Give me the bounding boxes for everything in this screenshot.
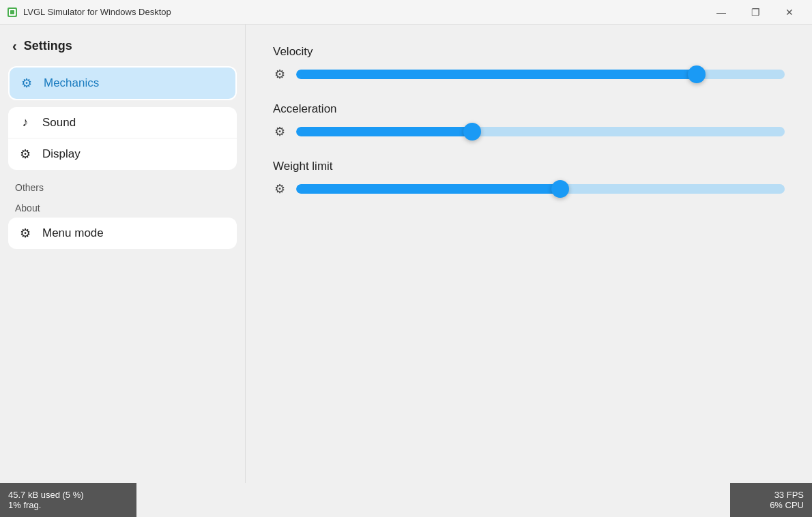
close-button[interactable]: ✕: [774, 2, 805, 23]
settings-title: Settings: [24, 39, 72, 53]
window-title: LVGL Simulator for Windows Desktop: [23, 7, 706, 17]
setting-row-velocity: Velocity⚙: [273, 45, 785, 83]
menu-mode-label: Menu mode: [42, 226, 104, 240]
acceleration-slider-row: ⚙: [273, 123, 785, 141]
sidebar-item-menu-mode[interactable]: ⚙ Menu mode: [8, 218, 237, 249]
sidebar-item-sound[interactable]: ♪ Sound: [8, 107, 237, 138]
sound-label: Sound: [42, 116, 76, 130]
app-icon: [7, 7, 18, 18]
sidebar-item-mechanics[interactable]: ⚙ Mechanics: [10, 68, 235, 99]
minimize-button[interactable]: —: [706, 2, 737, 23]
weight-limit-slider-fill: [296, 184, 560, 194]
display-gear-icon: ⚙: [18, 147, 33, 162]
setting-row-weight-limit: Weight limit⚙: [273, 160, 785, 198]
acceleration-slider-track: [296, 127, 785, 136]
acceleration-slider-fill: [296, 127, 472, 136]
memory-status: 45.7 kB used (5 %) 1% frag.: [0, 483, 136, 517]
about-group: ⚙ Menu mode: [8, 218, 237, 249]
setting-row-acceleration: Acceleration⚙: [273, 102, 785, 141]
gear-icon: ⚙: [19, 76, 34, 91]
svg-rect-2: [10, 10, 14, 14]
music-icon: ♪: [18, 115, 33, 130]
mechanics-label: Mechanics: [44, 76, 99, 90]
display-label: Display: [42, 147, 81, 161]
velocity-label: Velocity: [273, 45, 785, 59]
window-controls: — ❐ ✕: [706, 2, 805, 23]
status-bar: 45.7 kB used (5 %) 1% frag. 33 FPS 6% CP…: [0, 483, 812, 517]
memory-used: 45.7 kB used (5 %): [8, 490, 128, 500]
weight-limit-gear-button[interactable]: ⚙: [273, 180, 287, 198]
others-section-label: Others: [8, 177, 237, 197]
back-button[interactable]: ‹ Settings: [8, 35, 237, 57]
main-content: ‹ Settings ⚙ Mechanics ♪ Sound ⚙ Display…: [0, 25, 812, 483]
weight-limit-slider-track: [296, 184, 785, 194]
menu-gear-icon: ⚙: [18, 226, 33, 241]
cpu: 6% CPU: [738, 500, 804, 510]
settings-content: Velocity⚙Acceleration⚙Weight limit⚙: [246, 25, 812, 483]
weight-limit-slider[interactable]: [296, 181, 785, 197]
weight-limit-slider-row: ⚙: [273, 180, 785, 198]
velocity-slider-thumb[interactable]: [688, 65, 706, 83]
velocity-slider[interactable]: [296, 66, 785, 83]
sound-display-group: ♪ Sound ⚙ Display: [8, 107, 237, 170]
back-arrow-icon: ‹: [12, 38, 17, 54]
velocity-slider-row: ⚙: [273, 65, 785, 83]
restore-button[interactable]: ❐: [740, 2, 771, 23]
acceleration-label: Acceleration: [273, 102, 785, 116]
mechanics-group: ⚙ Mechanics: [8, 66, 237, 100]
sidebar-item-display[interactable]: ⚙ Display: [8, 138, 237, 170]
performance-status: 33 FPS 6% CPU: [730, 483, 812, 517]
fragmentation: 1% frag.: [8, 500, 128, 510]
acceleration-gear-button[interactable]: ⚙: [273, 123, 287, 141]
acceleration-slider-thumb[interactable]: [463, 123, 481, 141]
title-bar: LVGL Simulator for Windows Desktop — ❐ ✕: [0, 0, 812, 25]
acceleration-slider[interactable]: [296, 123, 785, 140]
velocity-slider-track: [296, 70, 785, 79]
sidebar: ‹ Settings ⚙ Mechanics ♪ Sound ⚙ Display…: [0, 25, 246, 483]
weight-limit-label: Weight limit: [273, 160, 785, 173]
about-section-label: About: [8, 197, 237, 218]
velocity-gear-button[interactable]: ⚙: [273, 65, 287, 83]
weight-limit-slider-thumb[interactable]: [551, 180, 569, 198]
velocity-slider-fill: [296, 70, 697, 79]
fps: 33 FPS: [738, 490, 804, 500]
